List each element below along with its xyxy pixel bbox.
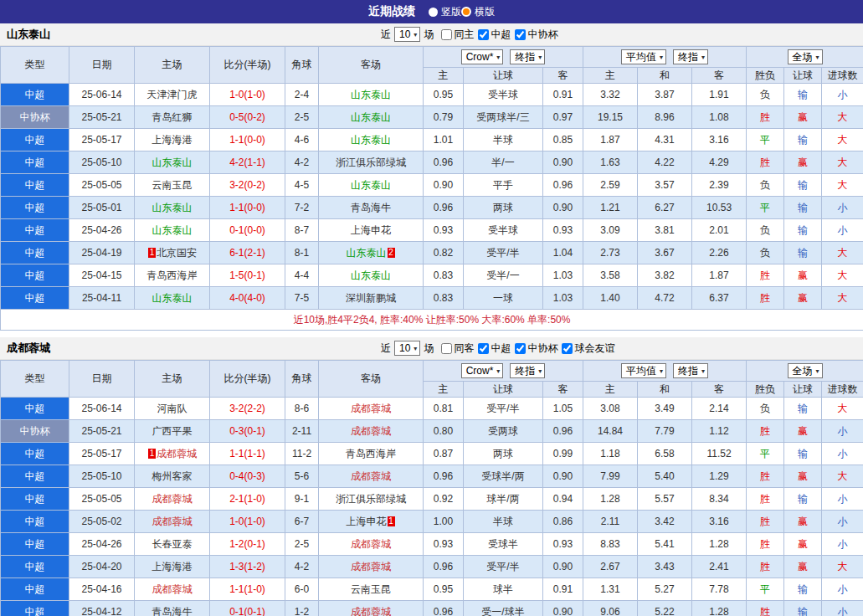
odds-source-select[interactable]: 全场▾	[788, 49, 823, 64]
team-section-shandong: 山东泰山 近 10 ▾ 场 同主中超中协杯 类型日期主场比分(半场)角球客场Cr…	[0, 23, 863, 331]
column-header: 进球数	[822, 68, 863, 84]
handicap-result: 输	[784, 488, 822, 511]
odds-source-select[interactable]: 终指▾	[510, 363, 545, 378]
filter-checkbox[interactable]: 中超	[478, 341, 511, 356]
match-score: 1-0(1-0)	[210, 511, 285, 533]
odds-source-select[interactable]: 平均值▾	[621, 49, 666, 64]
odds-source-select[interactable]: Crow*▾	[461, 363, 504, 378]
handicap-line: 平手	[464, 174, 543, 197]
match-date: 25-05-17	[69, 129, 135, 151]
match-date: 25-04-20	[69, 556, 135, 578]
match-score: 1-2(0-1)	[210, 533, 285, 556]
avg-draw-odds: 5.40	[638, 465, 692, 488]
match-row: 中超25-04-16成都蓉城1-1(1-0)6-0云南玉昆0.95球半0.911…	[1, 578, 863, 601]
filter-checkbox[interactable]: 中超	[478, 28, 511, 42]
filter-checkbox[interactable]: 球会友谊	[562, 341, 614, 356]
away-team: 深圳新鹏城	[319, 287, 424, 310]
filter-checkbox[interactable]: 中协杯	[515, 28, 557, 42]
match-row: 中超25-04-26山东泰山0-1(0-0)8-7上海申花0.93受半球0.93…	[1, 219, 863, 242]
home-team-name: 山东泰山	[152, 292, 193, 304]
avg-draw-odds: 3.82	[638, 264, 692, 287]
red-card-badge: 1	[148, 248, 156, 258]
league-type: 中超	[1, 84, 69, 106]
games-count-select[interactable]: 10 ▾	[394, 27, 420, 42]
view-mode-label: 竖版	[441, 5, 461, 19]
match-row: 中超25-06-14天津津门虎1-0(1-0)2-4山东泰山0.95受半球0.9…	[1, 84, 863, 106]
crow-away-odds: 0.90	[543, 197, 583, 219]
handicap-line: 受两球	[464, 420, 543, 443]
goals-result: 大	[822, 264, 863, 287]
handicap-line: 受半球	[464, 219, 543, 242]
view-mode-option[interactable]: 横版	[461, 5, 495, 19]
handicap-line: 受平/半	[464, 398, 543, 420]
home-team-name: 长春亚泰	[152, 538, 193, 550]
checkbox-input[interactable]	[478, 29, 489, 40]
corner-count: 4-6	[285, 129, 319, 151]
filter-checkbox[interactable]: 同主	[441, 28, 474, 42]
away-team-name: 深圳新鹏城	[346, 292, 396, 304]
games-label: 场	[424, 28, 434, 42]
outcome-result: 负	[747, 174, 784, 197]
checkbox-input[interactable]	[515, 343, 526, 354]
column-header: 日期	[69, 47, 135, 84]
radio-icon[interactable]	[429, 8, 438, 17]
league-type: 中超	[1, 443, 69, 465]
view-mode-option[interactable]: 竖版	[429, 5, 461, 19]
avg-home-odds: 19.15	[583, 106, 638, 129]
home-team: 山东泰山	[135, 151, 210, 174]
avg-home-odds: 14.84	[583, 420, 638, 443]
checkbox-input[interactable]	[562, 343, 573, 354]
handicap-result: 输	[784, 174, 822, 197]
home-team: 成都蓉城	[135, 488, 210, 511]
avg-away-odds: 1.28	[692, 533, 747, 556]
odds-source-select[interactable]: 全场▾	[788, 363, 823, 378]
filter-checkbox[interactable]: 同客	[441, 341, 474, 356]
checkbox-input[interactable]	[478, 343, 489, 354]
results-table: 类型日期主场比分(半场)角球客场Crow*▾终指▾平均值▾终指▾全场▾主让球客主…	[0, 360, 863, 616]
handicap-result: 输	[784, 242, 822, 264]
match-score: 0-4(0-3)	[210, 465, 285, 488]
home-team-name: 成都蓉城	[152, 493, 193, 505]
odds-source-select-value: 终指	[515, 50, 535, 64]
games-count-select[interactable]: 10 ▾	[394, 341, 420, 356]
radio-selected-icon[interactable]	[461, 7, 471, 17]
crow-away-odds: 1.03	[543, 264, 583, 287]
filter-checkboxes: 同主中超中协杯	[437, 28, 557, 42]
checkbox-input[interactable]	[515, 29, 526, 40]
avg-draw-odds: 4.22	[638, 151, 692, 174]
away-team-name: 青岛海牛	[351, 202, 391, 213]
handicap-line: 受球半/两	[464, 465, 543, 488]
away-team-name: 山东泰山	[351, 270, 391, 281]
odds-source-select[interactable]: 终指▾	[673, 363, 708, 378]
team-name: 山东泰山	[7, 27, 50, 42]
corner-count: 8-7	[285, 219, 319, 242]
checkbox-input[interactable]	[441, 343, 452, 354]
odds-source-select[interactable]: 终指▾	[510, 49, 545, 64]
odds-source-select[interactable]: Crow*▾	[461, 49, 504, 64]
crow-home-odds: 0.79	[424, 106, 464, 129]
crow-home-odds: 0.96	[424, 151, 464, 174]
handicap-result: 赢	[784, 533, 822, 556]
team-section-chengdu: 成都蓉城 近 10 ▾ 场 同客中超中协杯球会友谊 类型日期主场比分(半场)角球…	[0, 337, 863, 616]
match-row: 中超25-04-191北京国安6-1(2-1)8-1山东泰山20.82受平/半1…	[1, 242, 863, 264]
odds-source-select[interactable]: 平均值▾	[621, 363, 666, 378]
odds-group-header: 平均值▾终指▾	[583, 361, 747, 382]
chevron-down-icon: ▾	[538, 367, 542, 375]
odds-source-select[interactable]: 终指▾	[673, 49, 708, 64]
home-team: 1北京国安	[135, 242, 210, 264]
home-team-name: 云南玉昆	[152, 179, 193, 191]
handicap-result: 赢	[784, 511, 822, 533]
checkbox-input[interactable]	[441, 29, 452, 40]
chevron-down-icon: ▾	[538, 54, 542, 61]
league-type: 中协杯	[1, 106, 69, 129]
away-team: 成都蓉城	[319, 465, 424, 488]
outcome-result: 平	[747, 197, 784, 219]
column-header: 和	[638, 68, 692, 84]
odds-source-select-value: Crow*	[466, 365, 494, 377]
avg-home-odds: 2.11	[583, 511, 638, 533]
filter-checkbox[interactable]: 中协杯	[515, 341, 557, 356]
avg-home-odds: 1.87	[583, 129, 638, 151]
avg-away-odds: 2.41	[692, 556, 747, 578]
outcome-result: 胜	[747, 556, 784, 578]
match-row: 中协杯25-05-21青岛红狮0-5(0-2)2-5山东泰山0.79受两球半/三…	[1, 106, 863, 129]
